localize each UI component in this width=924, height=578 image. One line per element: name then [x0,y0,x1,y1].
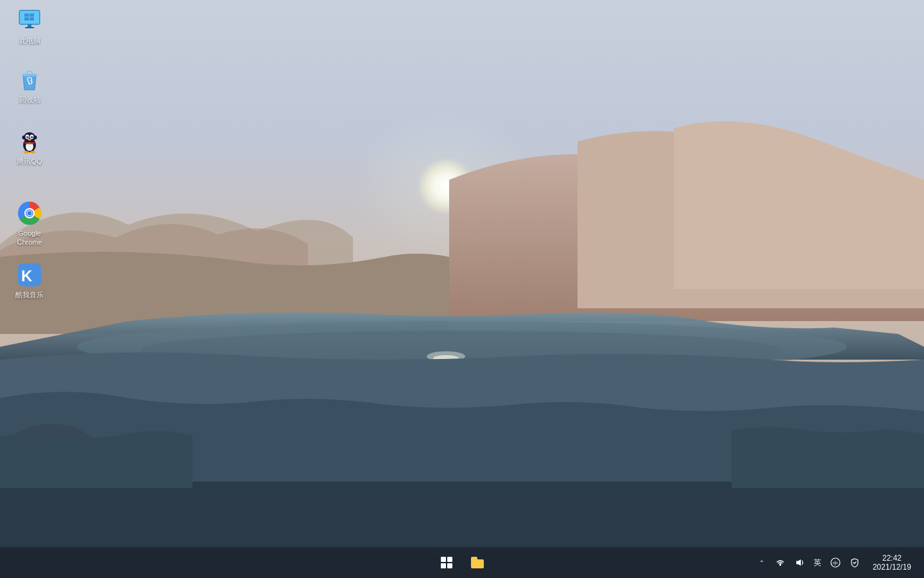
svg-point-27 [26,136,29,139]
security-tray-icon[interactable] [846,548,864,577]
file-explorer-icon [471,557,484,568]
chrome-icon [17,200,42,226]
svg-point-9 [0,446,45,478]
chevron-up-icon: ⌃ [757,558,766,567]
ime-icon[interactable]: 中 [826,548,844,577]
kuwo-label: 酷我音乐 [15,290,44,299]
svg-point-2 [417,157,475,215]
clock-area[interactable]: 22:42 2021/12/19 [865,547,919,578]
svg-rect-0 [0,0,924,547]
svg-text:中: 中 [833,561,838,566]
svg-point-4 [141,331,783,369]
desktop-icon-kuwo-music[interactable]: K 酷我音乐 [5,259,54,302]
ime-icon-svg: 中 [830,557,841,568]
svg-point-28 [31,136,33,139]
svg-point-1 [350,109,542,263]
svg-point-43 [780,565,781,566]
recycle-bin-icon [17,67,42,92]
svg-point-30 [32,136,33,137]
network-tray-icon[interactable] [771,548,789,577]
svg-point-33 [30,151,35,153]
desktop-icon-qq[interactable]: 腾讯QQ [5,126,54,168]
svg-rect-14 [20,11,39,24]
svg-rect-12 [0,482,924,547]
clock-date: 2021/12/19 [873,563,911,572]
svg-point-31 [28,139,31,140]
svg-text:K: K [21,267,33,285]
svg-rect-18 [30,17,34,21]
windows-logo-icon [441,557,452,568]
start-button[interactable] [432,548,461,577]
taskbar-center [432,548,492,577]
show-hidden-icons-button[interactable]: ⌃ [753,548,770,577]
language-indicator[interactable]: 英 [810,548,825,577]
system-tray: ⌃ 英 [753,547,924,578]
svg-point-11 [879,457,924,493]
svg-rect-21 [22,74,37,76]
svg-point-5 [427,351,465,362]
svg-point-10 [821,434,924,491]
svg-rect-19 [28,24,31,27]
svg-rect-15 [24,13,29,17]
chrome-label: Google Chrome [8,229,51,247]
svg-point-29 [28,136,28,137]
recycle-bin-label: 回收站 [19,95,40,104]
svg-rect-17 [24,17,29,21]
svg-point-8 [64,443,128,482]
svg-point-32 [24,151,29,153]
language-text: 英 [814,557,821,568]
taskbar: ⌃ 英 [0,547,924,578]
clock-time: 22:42 [882,554,902,563]
qq-icon [17,128,42,154]
svg-point-3 [77,321,847,372]
file-explorer-button[interactable] [463,548,492,577]
qq-label: 腾讯QQ [17,157,42,166]
desktop-icon-this-pc[interactable]: 此电脑 [5,5,54,48]
this-pc-label: 此电脑 [19,36,40,45]
svg-point-6 [433,355,459,362]
monitor-icon [17,8,42,33]
volume-tray-icon[interactable] [791,548,809,577]
desktop-icon-recycle-bin[interactable]: 回收站 [5,64,54,107]
svg-rect-20 [25,27,34,28]
wifi-icon [775,557,785,568]
svg-rect-16 [30,13,34,17]
svg-point-35 [34,136,37,139]
svg-point-7 [6,424,96,475]
kuwo-icon: K [17,262,42,288]
desktop: 此电脑 回收站 [0,0,924,578]
svg-point-34 [22,136,26,139]
shield-icon [850,557,860,568]
desktop-icon-google-chrome[interactable]: Google Chrome [5,198,54,250]
desktop-background [0,0,924,547]
volume-icon [794,557,805,568]
svg-point-40 [28,211,32,216]
